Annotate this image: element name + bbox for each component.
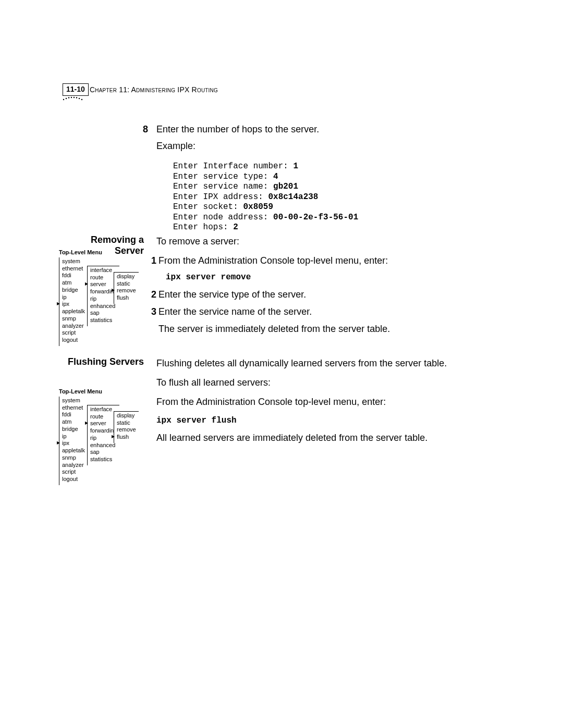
menu-col-1b: systemethernetfddiatmbridgeipipxappletal…: [59, 397, 88, 485]
menu-item-snmp: snmp: [62, 315, 85, 323]
menu-item-statistics: statistics: [90, 456, 117, 463]
example-label: Example:: [156, 139, 319, 153]
menu-item-enhanced: enhanced: [90, 442, 117, 449]
menu-item-static: static: [117, 280, 136, 288]
menu-col-1: systemethernetfddiatmbridgeipipxappletal…: [59, 257, 88, 346]
menu-item-server: server: [90, 420, 117, 427]
page-root: 11-10 Chapter 11: Administering IPX Rout…: [0, 0, 563, 728]
menu-item-logout: logout: [62, 337, 85, 344]
page-number: 11-10: [66, 85, 85, 93]
menu-item-ethernet: ethernet: [62, 265, 85, 273]
menu-item-snmp: snmp: [62, 454, 85, 462]
removing-intro: To remove a server:: [156, 235, 490, 249]
menu-item-enhanced: enhanced: [90, 303, 117, 310]
flushing-cmd: ipx server flush: [156, 414, 500, 427]
menu-title-2: Top-Level Menu: [59, 388, 102, 396]
menu-item-script: script: [62, 329, 85, 337]
menu-col-3b: displaystaticremoveflush: [114, 411, 139, 443]
removing-server-body: To remove a server: 1From the Administra…: [156, 235, 490, 341]
example-code: Enter Interface number: 1 Enter service …: [173, 162, 358, 233]
svg-point-6: [79, 98, 80, 99]
menu-item-system: system: [62, 258, 85, 265]
menu-item-ethernet: ethernet: [62, 404, 85, 412]
flushing-line2: To flush all learned servers:: [156, 376, 500, 390]
page-number-box: 11-10: [63, 83, 89, 96]
menu-item-atm: atm: [62, 279, 85, 287]
menu-item-bridge: bridge: [62, 426, 85, 433]
chapter-title: Chapter 11: Administering IPX Routing: [90, 85, 218, 94]
menu-item-fddi: fddi: [62, 272, 85, 279]
menu-item-sap: sap: [90, 310, 117, 317]
menu-item-script: script: [62, 468, 85, 476]
svg-point-2: [68, 97, 69, 98]
menu-item-server: server: [90, 281, 117, 288]
svg-point-5: [76, 97, 77, 98]
menu-item-appletalk: appletalk: [62, 447, 85, 454]
menu-item-ipx: ipx: [62, 301, 85, 308]
flushing-result: All learned servers are immediately dele…: [156, 431, 500, 445]
menu-item-fddi: fddi: [62, 411, 85, 418]
removing-result: The server is immediately deleted from t…: [158, 322, 490, 336]
menu-item-ip: ip: [62, 433, 85, 440]
menu-item-ip: ip: [62, 294, 85, 301]
menu-item-static: static: [117, 419, 136, 427]
menu-item-display: display: [117, 412, 136, 419]
flushing-servers-heading: Flushing Servers: [60, 356, 144, 367]
menu-item-logout: logout: [62, 476, 85, 483]
menu-item-interface: interface: [90, 406, 117, 413]
menu-title: Top-Level Menu: [59, 249, 102, 256]
menu-item-system: system: [62, 397, 85, 404]
menu-diagram-remove: Top-Level Menu systemethernetfddiatmbrid…: [59, 249, 102, 346]
menu-diagram-flush: Top-Level Menu systemethernetfddiatmbrid…: [59, 388, 102, 485]
menu-item-interface: interface: [90, 267, 117, 274]
menu-item-flush: flush: [117, 434, 136, 441]
svg-point-3: [71, 97, 72, 98]
menu-item-route: route: [90, 274, 117, 281]
menu-item-remove: remove: [117, 426, 136, 434]
svg-point-0: [63, 99, 64, 100]
svg-point-4: [74, 97, 75, 98]
step-8-block: 8 Enter the number of hops to the server…: [149, 122, 319, 156]
flushing-intro: Flushing deletes all dynamically learned…: [156, 356, 500, 371]
menu-item-ipx: ipx: [62, 440, 85, 447]
menu-item-atm: atm: [62, 418, 85, 426]
menu-item-flush: flush: [117, 294, 136, 302]
menu-item-sap: sap: [90, 449, 117, 456]
menu-item-statistics: statistics: [90, 317, 117, 324]
flushing-servers-body: Flushing deletes all dynamically learned…: [156, 356, 500, 450]
removing-cmd: ipx server remove: [166, 271, 490, 283]
menu-item-rip: rip: [90, 295, 117, 303]
menu-item-forwarding: forwarding: [90, 427, 117, 435]
removing-step-2: Enter the service type of the server.: [158, 288, 306, 302]
svg-point-1: [66, 98, 67, 99]
step-8-text: Enter the number of hops to the server.: [156, 124, 319, 134]
removing-step-1: From the Administration Console top-leve…: [158, 254, 388, 268]
svg-point-7: [81, 99, 82, 100]
removing-step-3: Enter the service name of the server.: [158, 305, 312, 319]
flushing-line3: From the Administration Console top-leve…: [156, 395, 500, 409]
menu-item-route: route: [90, 413, 117, 421]
menu-col-3: displaystaticremoveflush: [114, 272, 139, 304]
menu-item-display: display: [117, 273, 136, 280]
menu-item-appletalk: appletalk: [62, 308, 85, 315]
menu-item-remove: remove: [117, 287, 136, 294]
menu-item-bridge: bridge: [62, 287, 85, 294]
step-8-number: 8: [143, 122, 148, 136]
dots-decoration-icon: [63, 95, 85, 101]
menu-item-analyzer: analyzer: [62, 323, 85, 330]
menu-item-analyzer: analyzer: [62, 462, 85, 469]
